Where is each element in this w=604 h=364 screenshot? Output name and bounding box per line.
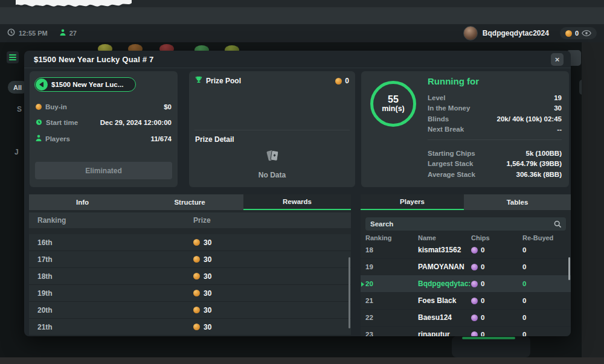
background-partial-text: J xyxy=(14,148,19,156)
reward-row[interactable]: 18th 30 xyxy=(29,268,351,285)
start-time-row: Start time Dec 29, 2024 12:00:00 xyxy=(36,118,172,127)
player-search-box[interactable] xyxy=(365,217,566,231)
coin-icon xyxy=(193,273,200,279)
tournament-modal: $1500 New Year Lucky Qual # 7 × $1500 Ne… xyxy=(24,51,571,336)
search-input[interactable] xyxy=(365,217,547,231)
status-rows: Level19 In the Money30 Blinds20k/ 40k (1… xyxy=(428,92,562,135)
tab-tables[interactable]: Tables xyxy=(464,194,571,210)
poker-app-screen: 12:55 PM 27 Bqdpgeqdytac2024 0 All S J xyxy=(0,0,604,364)
online-count: 27 xyxy=(69,30,77,37)
screenshot-bottom-edge xyxy=(0,357,604,364)
coin-icon xyxy=(193,307,200,313)
status-row: Next Break-- xyxy=(428,124,562,135)
prize-pool-panel: Prize Pool 0 Prize Detail No Data xyxy=(189,71,355,187)
reward-row[interactable]: 17th 30 xyxy=(29,251,351,268)
coin-icon xyxy=(193,324,200,330)
no-data-label: No Data xyxy=(189,171,355,179)
chip-icon xyxy=(471,315,478,321)
prize-pool-value: 0 xyxy=(345,77,349,85)
info-tab-bar: Info Structure Rewards xyxy=(29,194,351,210)
start-time-label: Start time xyxy=(46,119,78,126)
balance-value: 0 xyxy=(575,30,579,37)
avatar[interactable] xyxy=(463,26,478,40)
tab-info[interactable]: Info xyxy=(29,194,136,210)
current-user-arrow-icon xyxy=(361,282,364,287)
chip-icon xyxy=(471,247,478,254)
browser-toolbar xyxy=(0,7,604,24)
modal-title: $1500 New Year Lucky Qual # 7 xyxy=(24,55,154,64)
tab-players[interactable]: Players xyxy=(361,194,464,210)
account-group: Bqdpgeqdytac2024 0 xyxy=(463,26,597,40)
prize-pool-label: Prize Pool xyxy=(206,77,241,85)
status-row: Starting Chips5k (100BB) xyxy=(428,148,562,159)
player-row-current-user[interactable]: 20 Bqdpgeqdytac: 0 0 xyxy=(361,275,571,293)
username: Bqdpgeqdytac2024 xyxy=(483,29,549,37)
tournament-name: $1500 New Year Luc... xyxy=(48,81,123,88)
tournament-name-pill[interactable]: $1500 New Year Luc... xyxy=(34,77,136,92)
clock-icon xyxy=(36,117,42,128)
player-row[interactable]: 22 Baesu124 0 0 xyxy=(361,309,571,327)
rewards-table-header: Ranking Prize xyxy=(29,212,351,228)
eliminated-button[interactable]: Eliminated xyxy=(35,162,172,179)
trophy-icon xyxy=(195,75,202,86)
player-row[interactable]: 21 Foes Black 0 0 xyxy=(361,292,571,310)
start-time-value: Dec 29, 2024 12:00:00 xyxy=(100,119,172,126)
chip-icon xyxy=(471,281,478,287)
scrollbar[interactable] xyxy=(568,257,570,280)
coin-icon xyxy=(335,78,342,85)
background-button xyxy=(452,336,530,357)
players-table: Ranking Name Chips Re-Buyed 18 kismat315… xyxy=(361,210,571,336)
prize-pool-amount: 0 xyxy=(335,77,349,85)
close-icon: × xyxy=(555,55,560,64)
clock-icon xyxy=(7,28,15,39)
status-row: Largest Stack1,564.79k (39BB) xyxy=(428,159,562,170)
empty-cards-icon xyxy=(189,148,355,164)
coin-icon xyxy=(565,30,572,37)
players-icon xyxy=(36,133,42,144)
tab-rewards[interactable]: Rewards xyxy=(243,194,351,210)
timer-value: 55 xyxy=(388,95,399,105)
side-tab-bar: Players Tables xyxy=(361,194,571,210)
chip-icon xyxy=(471,298,478,304)
current-time: 12:55 PM xyxy=(19,30,48,37)
chip-icon xyxy=(471,331,478,337)
rewards-table: Ranking Prize 16th 30 17th 30 18th 30 19… xyxy=(29,210,351,336)
reward-row[interactable]: 16th 30 xyxy=(29,234,351,251)
running-timer-ring: 55 min(s) xyxy=(370,81,416,127)
stack-rows: Starting Chips5k (100BB) Largest Stack1,… xyxy=(428,148,562,180)
ranking-header: Ranking xyxy=(37,216,66,225)
prize-pool-header: Prize Pool 0 xyxy=(195,76,349,86)
status-row: In the Money30 xyxy=(428,103,562,114)
player-row[interactable]: 23 rinaputur 0 0 xyxy=(361,326,571,336)
scrollbar[interactable] xyxy=(349,257,350,328)
tournament-token-icon xyxy=(36,78,48,91)
running-for-heading: Running for xyxy=(428,76,479,86)
player-row[interactable]: 19 PAMOYANAN 0 0 xyxy=(361,258,571,276)
reward-row[interactable]: 21th 30 xyxy=(29,319,351,336)
reward-row[interactable]: 19th 30 xyxy=(29,285,351,302)
online-players-icon xyxy=(60,28,66,39)
timer-unit: min(s) xyxy=(382,105,405,113)
eye-icon[interactable] xyxy=(582,28,591,39)
status-row: Level19 xyxy=(428,92,562,103)
buyin-label: Buy-in xyxy=(45,103,67,110)
reward-row[interactable]: 20th 30 xyxy=(29,302,351,319)
status-panel: 55 min(s) Running for Level19 In the Mon… xyxy=(361,71,569,187)
filter-all-label: All xyxy=(13,84,22,91)
menu-button[interactable] xyxy=(7,51,19,63)
divider xyxy=(194,130,350,130)
players-label: Players xyxy=(45,135,70,142)
player-row[interactable]: 18 kismat31562 0 0 xyxy=(361,241,571,259)
coin-icon xyxy=(193,256,200,263)
modal-header: $1500 New Year Lucky Qual # 7 xyxy=(24,51,571,68)
tournament-info-panel: $1500 New Year Luc... Buy-in $0 Start ti… xyxy=(30,71,178,187)
background-button-accent xyxy=(462,337,515,339)
redaction-scribble xyxy=(16,0,132,9)
prize-header: Prize xyxy=(193,216,211,225)
coin-icon xyxy=(193,290,200,296)
close-button[interactable]: × xyxy=(551,53,564,66)
prize-detail-label: Prize Detail xyxy=(195,135,234,144)
tab-structure[interactable]: Structure xyxy=(136,194,243,210)
status-left-group: 12:55 PM 27 xyxy=(7,28,77,39)
balance-widget[interactable]: 0 xyxy=(560,27,597,39)
